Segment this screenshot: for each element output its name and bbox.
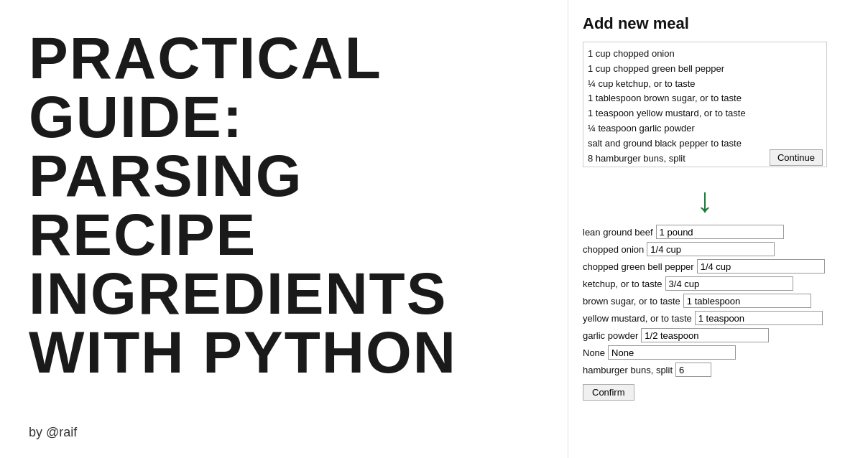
author-text: by @raif xyxy=(29,425,539,440)
ingredient-row: garlic powder xyxy=(583,328,854,342)
ingredient-value-input[interactable] xyxy=(608,345,736,360)
ingredient-label: chopped onion xyxy=(583,244,644,255)
ingredient-value-input[interactable] xyxy=(695,311,823,325)
ingredient-label: lean ground beef xyxy=(583,227,653,238)
panel-title: Add new meal xyxy=(583,14,689,33)
right-panel: Add new meal 1 cup chopped onion 1 cup c… xyxy=(568,0,868,458)
down-arrow-icon: ↓ xyxy=(696,183,714,218)
article-title: PRACTICAL GUIDE: PARSING RECIPE INGREDIE… xyxy=(29,29,539,382)
ingredient-row: ketchup, or to taste xyxy=(583,276,854,291)
ingredient-label: yellow mustard, or to taste xyxy=(583,313,692,324)
ingredient-label: hamburger buns, split xyxy=(583,365,673,375)
ingredient-row: chopped green bell pepper xyxy=(583,259,854,274)
left-panel: PRACTICAL GUIDE: PARSING RECIPE INGREDIE… xyxy=(0,0,568,458)
ingredient-value-input[interactable] xyxy=(697,259,825,274)
continue-button[interactable]: Continue xyxy=(770,149,823,166)
ingredient-row: chopped onion xyxy=(583,242,854,256)
textarea-container: 1 cup chopped onion 1 cup chopped green … xyxy=(583,42,827,170)
ingredient-row: hamburger buns, split xyxy=(583,363,854,377)
ingredient-label: ketchup, or to taste xyxy=(583,279,662,289)
ingredient-row: brown sugar, or to taste xyxy=(583,294,854,308)
arrow-container: ↓ xyxy=(583,183,827,218)
ingredient-value-input[interactable] xyxy=(641,328,769,342)
ingredient-row: yellow mustard, or to taste xyxy=(583,311,854,325)
ingredient-value-input[interactable] xyxy=(675,363,711,377)
ingredient-row: None xyxy=(583,345,854,360)
confirm-button[interactable]: Confirm xyxy=(583,384,634,401)
ingredient-label: garlic powder xyxy=(583,330,638,341)
ingredient-value-input[interactable] xyxy=(656,225,784,239)
ingredient-value-input[interactable] xyxy=(647,242,775,256)
ingredient-value-input[interactable] xyxy=(665,276,793,291)
ingredient-label: chopped green bell pepper xyxy=(583,261,694,272)
ingredient-value-input[interactable] xyxy=(683,294,811,308)
ingredients-textarea[interactable]: 1 cup chopped onion 1 cup chopped green … xyxy=(583,42,827,167)
ingredient-row: lean ground beef xyxy=(583,225,854,239)
ingredient-label: brown sugar, or to taste xyxy=(583,296,680,307)
parsed-ingredients: lean ground beefchopped onionchopped gre… xyxy=(583,225,854,380)
ingredient-label: None xyxy=(583,347,605,358)
